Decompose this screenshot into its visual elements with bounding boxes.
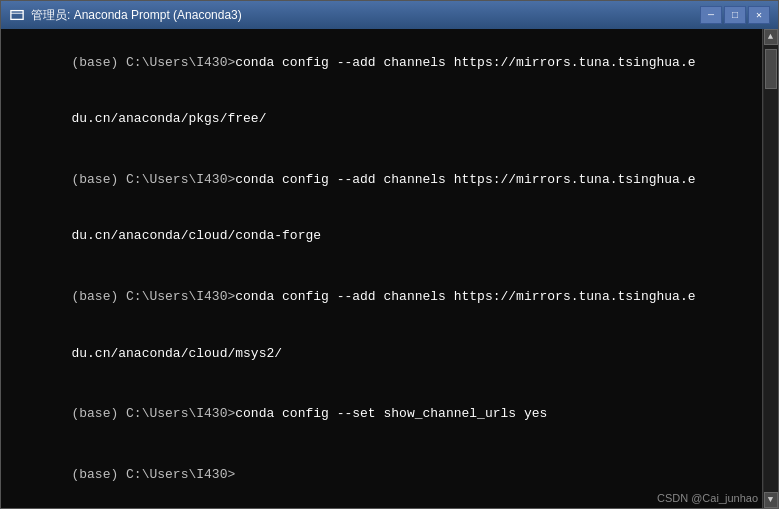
window-controls: ─ □ ✕ xyxy=(700,6,770,24)
prompt-1: (base) C:\Users\I430> xyxy=(71,55,235,70)
watermark: CSDN @Cai_junhao xyxy=(657,492,758,504)
minimize-button[interactable]: ─ xyxy=(700,6,722,24)
cmd-3b: du.cn/anaconda/cloud/msys2/ xyxy=(71,346,282,361)
cmd-2: conda config --add channels https://mirr… xyxy=(235,172,695,187)
prompt-4: (base) C:\Users\I430> xyxy=(71,406,235,421)
scroll-up-button[interactable]: ▲ xyxy=(764,29,778,45)
cmd-2b: du.cn/anaconda/cloud/conda-forge xyxy=(71,228,321,243)
scrollbar-track[interactable] xyxy=(764,45,778,492)
prompt-5: (base) C:\Users\I430> xyxy=(71,467,235,482)
scrollbar-thumb[interactable] xyxy=(765,49,777,89)
terminal-line-5: (base) C:\Users\I430> xyxy=(9,447,754,504)
window-title: 管理员: Anaconda Prompt (Anaconda3) xyxy=(31,7,700,24)
terminal-line-1: (base) C:\Users\I430>conda config --add … xyxy=(9,35,754,92)
prompt-2: (base) C:\Users\I430> xyxy=(71,172,235,187)
terminal-line-3: (base) C:\Users\I430>conda config --add … xyxy=(9,269,754,326)
svg-rect-0 xyxy=(11,11,23,20)
terminal-line-4: (base) C:\Users\I430>conda config --set … xyxy=(9,386,754,443)
terminal-line-3b: du.cn/anaconda/cloud/msys2/ xyxy=(9,326,754,383)
terminal-body: (base) C:\Users\I430>conda config --add … xyxy=(1,29,778,508)
terminal-content[interactable]: (base) C:\Users\I430>conda config --add … xyxy=(1,29,762,508)
terminal-line-1b: du.cn/anaconda/pkgs/free/ xyxy=(9,92,754,149)
title-bar: 管理员: Anaconda Prompt (Anaconda3) ─ □ ✕ xyxy=(1,1,778,29)
cmd-3: conda config --add channels https://mirr… xyxy=(235,289,695,304)
close-button[interactable]: ✕ xyxy=(748,6,770,24)
scrollbar[interactable]: ▲ ▼ xyxy=(762,29,778,508)
window: 管理员: Anaconda Prompt (Anaconda3) ─ □ ✕ (… xyxy=(0,0,779,509)
cmd-1: conda config --add channels https://mirr… xyxy=(235,55,695,70)
terminal-line-2: (base) C:\Users\I430>conda config --add … xyxy=(9,152,754,209)
maximize-button[interactable]: □ xyxy=(724,6,746,24)
scroll-down-button[interactable]: ▼ xyxy=(764,492,778,508)
prompt-3: (base) C:\Users\I430> xyxy=(71,289,235,304)
app-icon xyxy=(9,7,25,23)
cmd-1b: du.cn/anaconda/pkgs/free/ xyxy=(71,111,266,126)
cmd-4: conda config --set show_channel_urls yes xyxy=(235,406,547,421)
terminal-line-2b: du.cn/anaconda/cloud/conda-forge xyxy=(9,209,754,266)
